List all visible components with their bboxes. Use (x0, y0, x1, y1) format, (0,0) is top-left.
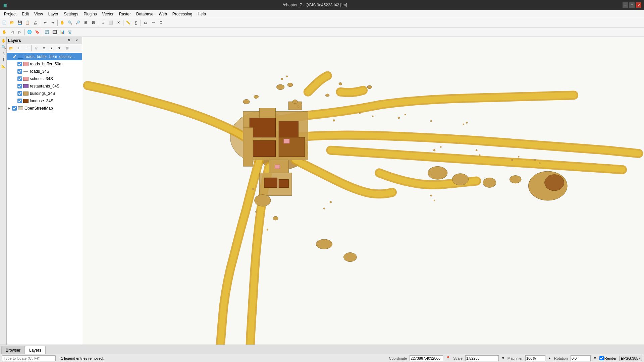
menu-view[interactable]: View (32, 11, 46, 17)
layer-expand-arrow-7: ▶ (8, 107, 12, 110)
scale-value[interactable] (465, 355, 499, 361)
toolbar-sep-6 (24, 29, 25, 35)
bookmark-btn[interactable]: 🔖 (34, 28, 41, 36)
stats-btn[interactable]: 📊 (59, 28, 66, 36)
zoom-in-btn[interactable]: 🔍 (66, 19, 74, 26)
gps-btn[interactable]: 📡 (66, 28, 74, 36)
zoom-prev-btn[interactable]: ◁ (8, 28, 16, 36)
layers-up-btn[interactable]: ▲ (48, 45, 55, 52)
layer-item-7[interactable]: ▶ OpenStreetMap (7, 105, 82, 112)
layers-add-btn[interactable]: + (15, 45, 22, 52)
menu-raster[interactable]: Raster (116, 11, 133, 17)
layer-checkbox-1[interactable] (17, 62, 22, 66)
new-project-btn[interactable]: 📄 (1, 19, 8, 26)
menu-web[interactable]: Web (156, 11, 169, 17)
map-canvas[interactable] (82, 37, 644, 345)
maximize-button[interactable]: □ (629, 2, 635, 8)
magnifier-up-btn[interactable]: ▲ (548, 356, 551, 360)
svg-point-35 (281, 78, 283, 80)
layer-item-0[interactable]: roads_buffer_50m_dissolv... (7, 53, 82, 60)
layer-item-1[interactable]: roads_buffer_50m (7, 60, 82, 68)
coordinate-icon: 📍 (446, 356, 450, 360)
layer-item-3[interactable]: schools_34S (7, 75, 82, 82)
zoom-extent-btn[interactable]: ⊞ (82, 19, 89, 26)
menu-plugins[interactable]: Plugins (81, 11, 99, 17)
layers-group-btn[interactable]: ⊕ (40, 45, 48, 52)
layer-item-4[interactable]: restaurants_34S (7, 82, 82, 90)
layer-checkbox-0[interactable] (12, 54, 17, 59)
magnifier-value[interactable] (525, 355, 545, 361)
tool-select[interactable]: ↖ (1, 50, 7, 56)
menu-layer[interactable]: Layer (46, 11, 61, 17)
epsg-badge[interactable]: EPSG:3857 (619, 356, 642, 361)
zoom-selection-btn[interactable]: ⊡ (90, 19, 97, 26)
tool-measure[interactable]: 📐 (1, 63, 7, 69)
minimize-button[interactable]: ─ (623, 2, 628, 8)
tab-layers[interactable]: Layers (25, 346, 46, 354)
layers-remove-btn[interactable]: − (23, 45, 30, 52)
deselect-btn[interactable]: ✕ (115, 19, 122, 26)
tool-zoom[interactable]: 🔍 (1, 44, 7, 50)
toolbar-main: 📄 📂 💾 📋 🖨 ↩ ↪ ✋ 🔍 🔎 ⊞ ⊡ ℹ ⬜ ✕ 📏 ∑ 🗂 ✏ ⚙ (0, 18, 644, 27)
menu-processing[interactable]: Processing (170, 11, 195, 17)
layer-checkbox-5[interactable] (17, 91, 22, 96)
render-checkbox[interactable] (599, 356, 604, 360)
pan-btn[interactable]: ✋ (59, 19, 66, 26)
locate-search-input[interactable] (2, 355, 56, 361)
menu-help[interactable]: Help (195, 11, 209, 17)
svg-point-32 (545, 175, 564, 191)
toolbar-sep-4 (123, 20, 123, 26)
scale-dropdown-btn[interactable]: ▼ (501, 356, 505, 360)
layers-down-btn[interactable]: ▼ (56, 45, 63, 52)
svg-point-47 (430, 120, 432, 122)
redo-btn[interactable]: ↪ (49, 19, 56, 26)
menu-database[interactable]: Database (133, 11, 156, 17)
close-button[interactable]: ✕ (636, 2, 641, 8)
layer-item-6[interactable]: landuse_34S (7, 97, 82, 105)
digitize-btn[interactable]: ✏ (150, 19, 157, 26)
rotation-value[interactable] (571, 355, 591, 361)
select-btn[interactable]: ⬜ (107, 19, 114, 26)
rotation-dropdown-btn[interactable]: ▼ (593, 356, 597, 360)
layers-filter-btn[interactable]: ▽ (33, 45, 40, 52)
layer-checkbox-3[interactable] (17, 76, 22, 81)
measure-btn[interactable]: 📏 (124, 19, 132, 26)
layer-props-btn[interactable]: 🗂 (142, 19, 149, 26)
svg-point-28 (452, 174, 468, 185)
svg-rect-9 (259, 108, 275, 118)
field-calc-btn[interactable]: ∑ (132, 19, 140, 26)
layer-item-2[interactable]: roads_34S (7, 68, 82, 75)
save-as-btn[interactable]: 📋 (24, 19, 31, 26)
layer-checkbox-4[interactable] (17, 84, 22, 88)
layer-checkbox-6[interactable] (17, 99, 22, 103)
toolbar-nav: ✋ ◁ ▷ 🌐 🔖 🔄 🔲 📊 📡 (0, 27, 644, 37)
coordinate-value[interactable] (410, 355, 443, 361)
layers-panel-close-btn[interactable]: ✕ (73, 37, 80, 44)
tool-pan[interactable]: ✋ (1, 38, 7, 44)
settings-btn[interactable]: ⚙ (157, 19, 165, 26)
filter-btn[interactable]: 🔲 (51, 28, 58, 36)
menu-vector[interactable]: Vector (100, 11, 116, 17)
layer-checkbox-7[interactable] (12, 106, 17, 111)
layers-expand-btn[interactable]: ⊞ (63, 45, 71, 52)
layers-panel-header-buttons: ⧉ ✕ (65, 37, 80, 44)
identify-btn[interactable]: ℹ (99, 19, 107, 26)
layer-item-5[interactable]: buildings_34S (7, 90, 82, 97)
layers-panel-float-btn[interactable]: ⧉ (65, 37, 72, 44)
menu-edit[interactable]: Edit (19, 11, 32, 17)
pan2-btn[interactable]: ✋ (1, 28, 8, 36)
refresh-btn[interactable]: 🔄 (43, 28, 51, 36)
menu-project[interactable]: Project (1, 11, 19, 17)
save-project-btn[interactable]: 💾 (16, 19, 23, 26)
open-project-btn[interactable]: 📂 (8, 19, 16, 26)
layer-checkbox-2[interactable] (17, 69, 22, 74)
menu-settings[interactable]: Settings (61, 11, 81, 17)
tab-browser[interactable]: Browser (1, 346, 25, 354)
undo-btn[interactable]: ↩ (41, 19, 49, 26)
globe-btn[interactable]: 🌐 (26, 28, 33, 36)
layers-open-btn[interactable]: 📂 (7, 45, 15, 52)
zoom-out-btn[interactable]: 🔎 (74, 19, 82, 26)
zoom-next-btn[interactable]: ▷ (16, 28, 23, 36)
save-layout-btn[interactable]: 🖨 (32, 19, 39, 26)
tool-identify[interactable]: ℹ (1, 57, 7, 63)
